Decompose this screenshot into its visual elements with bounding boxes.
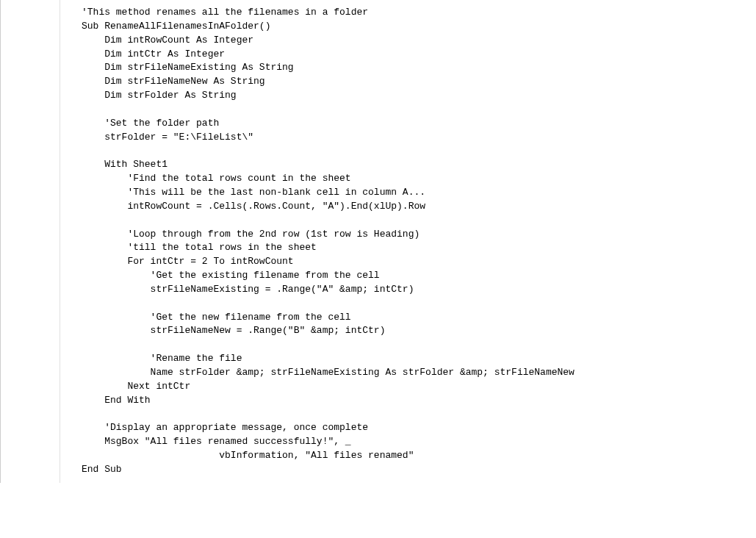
code-line: Dim strFileNameNew As String [82, 75, 756, 89]
code-line: 'Display an appropriate message, once co… [82, 421, 756, 435]
code-line: Dim strFolder As String [82, 89, 756, 103]
code-line: End With [82, 394, 756, 408]
code-line [82, 214, 756, 228]
code-line: For intCtr = 2 To intRowCount [82, 255, 756, 269]
code-line: Sub RenameAllFilenamesInAFolder() [82, 20, 756, 34]
code-line: 'Get the new filename from the cell [82, 311, 756, 325]
code-line: Dim strFileNameExisting As String [82, 61, 756, 75]
code-line [82, 144, 756, 158]
code-line: 'Rename the file [82, 352, 756, 366]
code-line [82, 338, 756, 352]
code-line: 'Set the folder path [82, 117, 756, 131]
code-line: 'till the total rows in the sheet [82, 241, 756, 255]
code-block: 'This method renames all the filenames i… [1, 6, 756, 477]
code-line: Dim intRowCount As Integer [82, 34, 756, 48]
code-line: 'This will be the last non-blank cell in… [82, 186, 756, 200]
code-line: Next intCtr [82, 380, 756, 394]
code-line: 'Get the existing filename from the cell [82, 269, 756, 283]
code-line: vbInformation, "All files renamed" [82, 449, 756, 463]
code-line: strFileNameExisting = .Range("A" &amp; i… [82, 283, 756, 297]
code-line: With Sheet1 [82, 158, 756, 172]
code-line: Name strFolder &amp; strFileNameExisting… [82, 366, 756, 380]
code-line: End Sub [82, 463, 756, 477]
code-line: strFolder = "E:\FileList\" [82, 131, 756, 145]
code-line: 'This method renames all the filenames i… [82, 6, 756, 20]
code-line: MsgBox "All files renamed successfully!"… [82, 435, 756, 449]
code-line: 'Find the total rows count in the sheet [82, 172, 756, 186]
code-line [82, 407, 756, 421]
code-line [82, 103, 756, 117]
code-line: Dim intCtr As Integer [82, 48, 756, 62]
code-line: 'Loop through from the 2nd row (1st row … [82, 228, 756, 242]
code-line: intRowCount = .Cells(.Rows.Count, "A").E… [82, 200, 756, 214]
code-line: strFileNameNew = .Range("B" &amp; intCtr… [82, 324, 756, 338]
code-line [82, 297, 756, 311]
